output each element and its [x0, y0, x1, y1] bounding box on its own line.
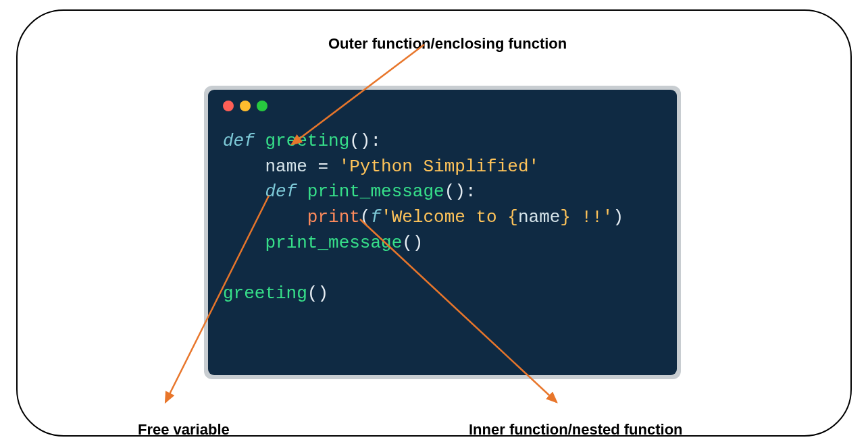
- label-inner-function: Inner function/nested function: [469, 421, 683, 439]
- paren: ():: [349, 131, 381, 151]
- string-literal: 'Python Simplified': [339, 157, 539, 177]
- builtin-print: print: [307, 207, 360, 227]
- window-zoom-icon: [257, 101, 267, 111]
- label-outer-function: Outer function/enclosing function: [328, 35, 567, 53]
- fstring-text: Welcome to: [392, 207, 508, 227]
- call-print-message: print_message: [265, 233, 402, 253]
- quote: ': [603, 207, 613, 227]
- paren-open: (: [360, 207, 371, 227]
- indent: [223, 182, 265, 202]
- indent: [223, 207, 307, 227]
- fstring-var: name: [518, 207, 560, 227]
- paren: ():: [444, 182, 476, 202]
- quote: ': [381, 207, 392, 227]
- window-minimize-icon: [240, 101, 251, 111]
- code-window-inner: def greeting(): name = 'Python Simplifie…: [208, 90, 677, 375]
- diagram-frame: Outer function/enclosing function Free v…: [16, 9, 852, 437]
- func-print-message: print_message: [307, 182, 444, 202]
- brace-open: {: [507, 207, 518, 227]
- keyword-def: def: [265, 182, 297, 202]
- label-free-variable: Free variable: [138, 421, 230, 439]
- code-window: def greeting(): name = 'Python Simplifie…: [204, 86, 681, 379]
- call-greeting: greeting: [223, 283, 307, 304]
- indent: [223, 233, 265, 253]
- fstring-text: !!: [571, 207, 603, 227]
- brace-close: }: [560, 207, 571, 227]
- indent: [223, 157, 265, 177]
- paren-close: ): [613, 207, 623, 227]
- code-body: def greeting(): name = 'Python Simplifie…: [208, 117, 677, 307]
- func-greeting: greeting: [265, 131, 349, 151]
- keyword-def: def: [223, 131, 255, 151]
- paren: (): [307, 283, 328, 304]
- var-name: name: [265, 157, 307, 177]
- paren: (): [402, 233, 423, 253]
- op-eq: =: [307, 157, 339, 177]
- window-close-icon: [223, 101, 234, 111]
- window-titlebar: [208, 90, 677, 117]
- fstring-prefix: f: [370, 207, 381, 227]
